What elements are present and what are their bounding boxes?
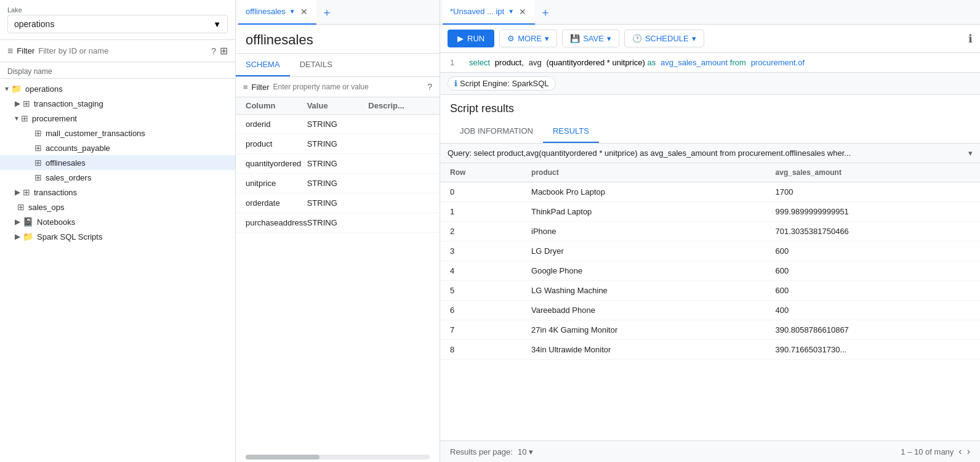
table-ref: procurement.of — [751, 58, 805, 67]
tab-job-information[interactable]: JOB INFORMATION — [450, 120, 543, 143]
schema-scrollbar-track[interactable] — [246, 455, 430, 460]
filter-input[interactable] — [38, 46, 207, 55]
more-button[interactable]: ⚙ MORE ▾ — [499, 30, 557, 47]
cell-row: 0 — [440, 182, 521, 202]
cell-avg_sales_amount: 701.3035381750466 — [766, 222, 980, 241]
tree-label-notebooks: Notebooks — [37, 217, 75, 227]
display-name-header: Display name — [0, 62, 235, 79]
schema-filter-input[interactable] — [273, 83, 424, 91]
tab-offlinesales[interactable]: offlinesales ▼ ✕ — [238, 0, 316, 25]
tree-label-transactions: transactions — [34, 188, 77, 197]
cell-avg_sales_amount: 390.8058786610867 — [766, 320, 980, 340]
col-header-product: product — [521, 163, 766, 182]
keyword-select: select — [469, 58, 490, 67]
cell-product: LG Dryer — [521, 241, 766, 261]
tree-item-procurement[interactable]: ▾ ⊞ procurement — [0, 111, 235, 126]
tree-item-sales-orders[interactable]: ⊞ sales_orders — [0, 170, 235, 185]
desc-purchaseaddress — [368, 218, 430, 227]
schedule-button[interactable]: 🕐 SCHEDULE ▾ — [624, 30, 704, 47]
tree-item-mall-customer-transactions[interactable]: ⊞ mall_customer_transactions — [0, 126, 235, 140]
center-content: offlinesales SCHEMA DETAILS ≡ Filter ? C… — [236, 25, 440, 462]
table-row: 5LG Washing Machine600 — [440, 281, 980, 301]
desc-orderdate — [368, 198, 430, 208]
cell-row: 2 — [440, 222, 521, 241]
tree-item-operations[interactable]: ▾ 📁 operations — [0, 81, 235, 96]
lake-dropdown[interactable]: operations ▼ — [7, 15, 228, 33]
tree-item-spark-sql-scripts[interactable]: ▶ 📁 Spark SQL Scripts — [0, 229, 235, 244]
cell-row: 4 — [440, 261, 521, 281]
code-editor[interactable]: 1 select product, avg (quantityordered *… — [440, 53, 980, 73]
col-unitprice: unitprice — [246, 179, 307, 188]
folder-open-icon: 📁 — [11, 84, 22, 94]
table-group-icon: ⊞ — [21, 113, 28, 123]
tree-label-sales-ops: sales_ops — [28, 203, 65, 212]
table-name-header: offlinesales — [236, 25, 440, 54]
tree-label-transaction-staging: transaction_staging — [34, 99, 103, 108]
schema-row-unitprice: unitprice STRING — [236, 174, 440, 193]
code-text: product, — [495, 58, 524, 67]
tree-item-accounts-payable[interactable]: ⊞ accounts_payable — [0, 140, 235, 155]
tree-item-transaction-staging[interactable]: ▶ ⊞ transaction_staging — [0, 96, 235, 111]
cell-avg_sales_amount: 999.9899999999951 — [766, 202, 980, 222]
help-icon[interactable]: ? — [211, 46, 216, 56]
col-header-value: Value — [307, 101, 369, 110]
chevron-down-icon: ▾ — [5, 84, 9, 93]
schema-row-product: product STRING — [236, 134, 440, 154]
results-table: Row product avg_sales_amount 0Macbook Pr… — [440, 163, 980, 440]
tab-unsaved[interactable]: *Unsaved ... ipt ▼ ✕ — [443, 0, 535, 25]
info-icon[interactable]: ℹ — [968, 32, 973, 46]
left-panel: Lake operations ▼ ≡ Filter ? ⊞ Display n… — [0, 0, 236, 462]
center-panel: offlinesales ▼ ✕ ＋ offlinesales SCHEMA D… — [236, 0, 440, 462]
schema-table-header: Column Value Descrip... — [236, 97, 440, 115]
table-group-icon: ⊞ — [23, 187, 30, 197]
cell-row: 7 — [440, 320, 521, 340]
chevron-down-icon: ▾ — [15, 114, 18, 123]
cell-row: 6 — [440, 301, 521, 320]
cell-product: ThinkPad Laptop — [521, 202, 766, 222]
cell-avg_sales_amount: 390.71665031730... — [766, 340, 980, 360]
table-row: 0Macbook Pro Laptop1700 — [440, 182, 980, 202]
cell-product: Macbook Pro Laptop — [521, 182, 766, 202]
col-product: product — [246, 139, 307, 148]
lake-label: Lake — [7, 6, 228, 14]
table-icon: ⊞ — [34, 143, 42, 153]
save-button[interactable]: 💾 SAVE ▾ — [562, 30, 619, 47]
next-page-button[interactable]: › — [967, 446, 970, 457]
col-header-row: Row — [440, 163, 521, 182]
right-content: ▶ RUN ⚙ MORE ▾ 💾 SAVE ▾ 🕐 SCHEDULE ▾ ℹ 1 — [440, 25, 980, 462]
engine-badge: ℹ Script Engine: SparkSQL — [448, 76, 556, 91]
val-orderid: STRING — [307, 120, 369, 129]
table-row: 3LG Dryer600 — [440, 241, 980, 261]
tab-offlinesales-close[interactable]: ✕ — [299, 6, 309, 18]
engine-label: Script Engine: SparkSQL — [460, 79, 549, 88]
tree-item-sales-ops[interactable]: ⊞ sales_ops — [0, 200, 235, 214]
gear-icon: ⚙ — [507, 34, 515, 43]
tree-item-offlinesales[interactable]: ⊞ offlinesales — [0, 155, 235, 170]
table-row: 6Vareebadd Phone400 — [440, 301, 980, 320]
chevron-down-icon: ▾ — [545, 34, 549, 43]
alias-text: avg_sales_amount — [661, 58, 730, 67]
prev-page-button[interactable]: ‹ — [958, 446, 962, 457]
tab-unsaved-close[interactable]: ✕ — [518, 6, 528, 18]
tab-details[interactable]: DETAILS — [290, 54, 342, 76]
per-page-label: Results per page: — [450, 447, 513, 456]
chevron-down-icon: ▾ — [692, 34, 696, 43]
tab-add-right[interactable]: ＋ — [535, 2, 556, 22]
tree-item-notebooks[interactable]: ▶ 📓 Notebooks — [0, 214, 235, 229]
chevron-down-icon[interactable]: ▾ — [968, 148, 973, 158]
tab-schema[interactable]: SCHEMA — [236, 54, 290, 76]
tab-add-center[interactable]: ＋ — [316, 2, 337, 22]
tree-item-transactions[interactable]: ▶ ⊞ transactions — [0, 185, 235, 200]
chevron-right-icon: ▶ — [15, 217, 20, 226]
function-avg: avg — [529, 58, 542, 67]
tab-results[interactable]: RESULTS — [543, 120, 599, 143]
per-page-select[interactable]: Results per page: 10 ▾ — [450, 447, 533, 456]
run-button[interactable]: ▶ RUN — [448, 30, 494, 47]
col-orderid: orderid — [246, 120, 307, 129]
schema-scrollbar-thumb[interactable] — [246, 455, 319, 460]
cell-avg_sales_amount: 600 — [766, 261, 980, 281]
grid-icon[interactable]: ⊞ — [220, 45, 228, 57]
table-icon: ⊞ — [17, 202, 25, 212]
tree-label-mall-customer-transactions: mall_customer_transactions — [46, 129, 145, 138]
help-icon-schema[interactable]: ? — [427, 82, 432, 92]
